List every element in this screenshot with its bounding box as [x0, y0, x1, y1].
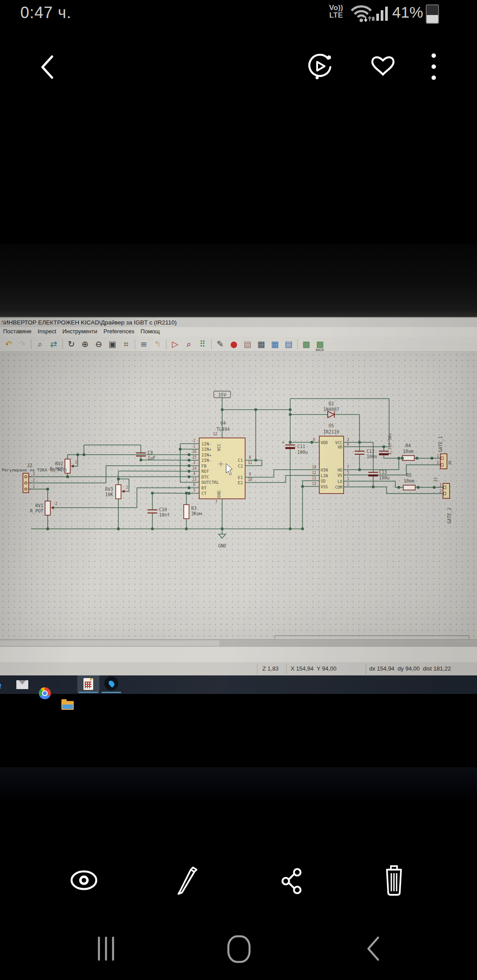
back-icon[interactable]: [37, 53, 58, 81]
status-delta: dx 154,94 dy 94,00 dist 181,22: [369, 665, 451, 672]
svg-text:E1: E1: [238, 475, 243, 480]
delete-trash-icon[interactable]: [380, 865, 408, 897]
svg-text:1: 1: [33, 485, 35, 489]
kicad-taskbar-icon[interactable]: [77, 675, 99, 693]
svg-text:11: 11: [312, 476, 316, 480]
kicad-running-indicator: [79, 692, 98, 693]
back-annotate-label: BACK: [314, 348, 326, 351]
toolbar-hierarchy-navigator-icon[interactable]: ≡: [138, 338, 150, 350]
toolbar-annotate-icon[interactable]: ✎: [214, 338, 226, 350]
toolbar-zoom-selection-icon[interactable]: ⌗: [120, 338, 132, 350]
svg-text:D2: D2: [329, 401, 334, 406]
svg-text:HO: HO: [337, 468, 342, 472]
svg-text:HIN: HIN: [321, 468, 328, 472]
svg-text:TL494: TL494: [216, 427, 230, 432]
windows-taskbar: e: [0, 675, 477, 694]
toolbar-erc-check-icon[interactable]: ●: [228, 338, 240, 350]
svg-text:RV2: RV2: [55, 461, 63, 466]
svg-text:FB: FB: [201, 464, 207, 468]
toolbar-paste-icon[interactable]: ⇄: [48, 338, 60, 350]
edge-icon[interactable]: e: [0, 677, 2, 693]
svg-text:C10: C10: [159, 507, 167, 512]
favorite-heart-icon[interactable]: [370, 53, 396, 79]
battery-icon: [426, 4, 439, 24]
chrome-icon[interactable]: [39, 687, 51, 699]
toolbar-assign-footprints-icon[interactable]: ▤: [242, 338, 254, 350]
share-icon[interactable]: [277, 866, 307, 895]
svg-text:8: 8: [249, 456, 251, 460]
status-cursor-xy: X 154,94 Y 94,00: [291, 665, 337, 672]
schematic-canvas[interactable]: 21IN-11IN+162IN+152IN-3FB14REF4DTC13OUTC…: [0, 352, 477, 639]
svg-text:J6: J6: [448, 460, 452, 465]
svg-text:5: 5: [193, 489, 196, 493]
toolbar-redo-icon[interactable]: ↷: [16, 338, 28, 350]
svg-text:VDD: VDD: [321, 441, 328, 445]
menu-item-inspect[interactable]: Inspect: [34, 327, 59, 335]
svg-text:1: 1: [437, 454, 439, 458]
recents-icon[interactable]: [94, 935, 118, 962]
svg-text:R_POT: R_POT: [30, 509, 43, 514]
svg-text:14: 14: [192, 467, 197, 471]
edit-pencil-icon[interactable]: [173, 865, 202, 896]
toolbar-find-replace-icon[interactable]: ⌕: [183, 338, 195, 350]
svg-text:1uF: 1uF: [148, 456, 155, 460]
menu-item-preferences[interactable]: Preferences: [100, 327, 137, 335]
menu-item-помощ[interactable]: Помощ: [137, 327, 163, 335]
toolbar-symbol-pins-icon[interactable]: ⠿: [197, 338, 208, 350]
horizontal-scrollbar[interactable]: [0, 639, 477, 647]
svg-text:GND: GND: [216, 490, 221, 498]
svg-text:COM: COM: [335, 485, 343, 490]
svg-text:LO: LO: [337, 479, 342, 484]
toolbar-symbol-table-icon[interactable]: ▦: [269, 338, 281, 350]
svg-text:R5: R5: [406, 473, 412, 478]
phone-status-bar: 0:47 ч. Vo))LTE 41%: [0, 0, 477, 25]
toolbar-zoom-out-icon[interactable]: ⊖: [93, 338, 105, 350]
toolbar-generate-bom-icon[interactable]: ▤: [283, 338, 295, 350]
toolbar-separator: [166, 339, 167, 349]
svg-text:1: 1: [347, 477, 349, 481]
home-icon[interactable]: [226, 934, 252, 964]
more-menu-icon[interactable]: [425, 51, 443, 82]
water-drop-app-icon[interactable]: [104, 676, 118, 690]
svg-text:2IN-: 2IN-: [201, 458, 212, 463]
svg-text:2: 2: [33, 479, 35, 482]
svg-text:2IN+: 2IN+: [201, 452, 212, 457]
toolbar-electrical-probe-icon[interactable]: ▷: [169, 338, 181, 350]
file-explorer-icon[interactable]: [61, 701, 74, 710]
svg-text:4,7uf 50v: 4,7uf 50v: [388, 433, 392, 455]
toolbar-leave-sheet-icon[interactable]: ↰: [151, 338, 163, 350]
toolbar-refresh-icon[interactable]: ↻: [65, 338, 77, 350]
svg-text:13: 13: [192, 478, 197, 482]
toolbar-undo-icon[interactable]: ↶: [3, 338, 15, 350]
toolbar-back-annotate-icon[interactable]: ▩BACK: [314, 338, 326, 350]
svg-text:C2: C2: [238, 464, 243, 468]
photo-action-bar: [0, 863, 477, 903]
svg-text:7: 7: [215, 500, 217, 504]
kicad-title-text: :\ИНВЕРТОР ЕЛЕКТРОЖЕН KICAD\Драйвер за I…: [0, 319, 177, 326]
nav-back-icon[interactable]: [363, 935, 384, 962]
svg-text:3: 3: [347, 438, 349, 442]
toolbar-edit-symbol-fields-icon[interactable]: ▦: [255, 338, 267, 350]
menu-item-инструменти[interactable]: Инструменти: [59, 327, 100, 335]
svg-text:+: +: [282, 440, 284, 445]
details-eye-icon[interactable]: [68, 867, 99, 894]
svg-text:REF: REF: [201, 469, 209, 474]
menu-item-поставяне[interactable]: Поставяне: [0, 327, 34, 335]
toolbar-pcb-editor-icon[interactable]: ▩: [300, 338, 312, 350]
kicad-toolbar: ↶↷⌕⇄↻⊕⊖▣⌗≡↰▷⌕⠿✎●▤▦▦▤▩▩BACK: [0, 337, 477, 352]
svg-text:VSS: VSS: [321, 485, 328, 489]
svg-text:Регулиране на ТОКА (R_POT): Регулиране на ТОКА (R_POT): [2, 467, 68, 472]
kicad-menu-bar: ПоставянеInspectИнструментиPreferencesПо…: [0, 327, 477, 337]
monitor-dark-surround: [0, 244, 477, 317]
svg-text:16: 16: [192, 450, 197, 454]
mail-icon[interactable]: [16, 680, 28, 689]
toolbar-zoom-redraw-icon[interactable]: ⌕: [34, 338, 46, 350]
scrollbar-thumb[interactable]: [0, 641, 220, 646]
svg-text:R4: R4: [405, 443, 411, 448]
svg-text:100u: 100u: [379, 475, 390, 480]
svg-text:VS: VS: [337, 473, 342, 478]
toolbar-zoom-in-icon[interactable]: ⊕: [79, 338, 91, 350]
toolbar-zoom-fit-icon[interactable]: ▣: [106, 338, 118, 350]
motion-photo-icon[interactable]: [307, 52, 333, 80]
photo-of-monitor[interactable]: :\ИНВЕРТОР ЕЛЕКТРОЖЕН KICAD\Драйвер за I…: [0, 244, 477, 727]
